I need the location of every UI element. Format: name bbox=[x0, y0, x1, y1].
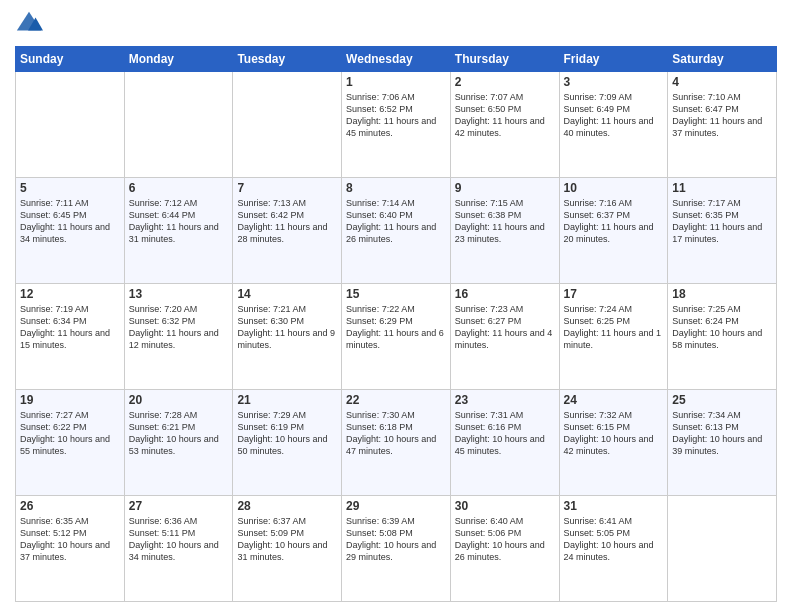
weekday-header-monday: Monday bbox=[124, 47, 233, 72]
day-number: 15 bbox=[346, 287, 446, 301]
calendar-cell: 18Sunrise: 7:25 AM Sunset: 6:24 PM Dayli… bbox=[668, 284, 777, 390]
calendar-cell: 5Sunrise: 7:11 AM Sunset: 6:45 PM Daylig… bbox=[16, 178, 125, 284]
calendar-cell: 20Sunrise: 7:28 AM Sunset: 6:21 PM Dayli… bbox=[124, 390, 233, 496]
calendar-cell: 26Sunrise: 6:35 AM Sunset: 5:12 PM Dayli… bbox=[16, 496, 125, 602]
day-number: 17 bbox=[564, 287, 664, 301]
day-info: Sunrise: 6:39 AM Sunset: 5:08 PM Dayligh… bbox=[346, 515, 446, 564]
day-info: Sunrise: 7:22 AM Sunset: 6:29 PM Dayligh… bbox=[346, 303, 446, 352]
week-row-2: 12Sunrise: 7:19 AM Sunset: 6:34 PM Dayli… bbox=[16, 284, 777, 390]
calendar-cell: 23Sunrise: 7:31 AM Sunset: 6:16 PM Dayli… bbox=[450, 390, 559, 496]
weekday-header-row: SundayMondayTuesdayWednesdayThursdayFrid… bbox=[16, 47, 777, 72]
calendar-cell bbox=[668, 496, 777, 602]
day-number: 21 bbox=[237, 393, 337, 407]
calendar-cell: 27Sunrise: 6:36 AM Sunset: 5:11 PM Dayli… bbox=[124, 496, 233, 602]
calendar-cell: 15Sunrise: 7:22 AM Sunset: 6:29 PM Dayli… bbox=[342, 284, 451, 390]
day-info: Sunrise: 6:37 AM Sunset: 5:09 PM Dayligh… bbox=[237, 515, 337, 564]
day-info: Sunrise: 7:11 AM Sunset: 6:45 PM Dayligh… bbox=[20, 197, 120, 246]
day-info: Sunrise: 6:41 AM Sunset: 5:05 PM Dayligh… bbox=[564, 515, 664, 564]
day-info: Sunrise: 7:10 AM Sunset: 6:47 PM Dayligh… bbox=[672, 91, 772, 140]
day-number: 26 bbox=[20, 499, 120, 513]
day-info: Sunrise: 7:12 AM Sunset: 6:44 PM Dayligh… bbox=[129, 197, 229, 246]
day-number: 4 bbox=[672, 75, 772, 89]
day-number: 29 bbox=[346, 499, 446, 513]
day-info: Sunrise: 7:32 AM Sunset: 6:15 PM Dayligh… bbox=[564, 409, 664, 458]
weekday-header-tuesday: Tuesday bbox=[233, 47, 342, 72]
calendar-cell: 3Sunrise: 7:09 AM Sunset: 6:49 PM Daylig… bbox=[559, 72, 668, 178]
calendar-cell: 17Sunrise: 7:24 AM Sunset: 6:25 PM Dayli… bbox=[559, 284, 668, 390]
day-number: 31 bbox=[564, 499, 664, 513]
day-info: Sunrise: 7:09 AM Sunset: 6:49 PM Dayligh… bbox=[564, 91, 664, 140]
calendar-cell: 24Sunrise: 7:32 AM Sunset: 6:15 PM Dayli… bbox=[559, 390, 668, 496]
calendar-cell: 21Sunrise: 7:29 AM Sunset: 6:19 PM Dayli… bbox=[233, 390, 342, 496]
day-number: 20 bbox=[129, 393, 229, 407]
day-number: 1 bbox=[346, 75, 446, 89]
calendar-cell: 30Sunrise: 6:40 AM Sunset: 5:06 PM Dayli… bbox=[450, 496, 559, 602]
page: SundayMondayTuesdayWednesdayThursdayFrid… bbox=[0, 0, 792, 612]
day-info: Sunrise: 7:24 AM Sunset: 6:25 PM Dayligh… bbox=[564, 303, 664, 352]
day-number: 16 bbox=[455, 287, 555, 301]
day-info: Sunrise: 7:29 AM Sunset: 6:19 PM Dayligh… bbox=[237, 409, 337, 458]
day-info: Sunrise: 6:36 AM Sunset: 5:11 PM Dayligh… bbox=[129, 515, 229, 564]
calendar-cell: 22Sunrise: 7:30 AM Sunset: 6:18 PM Dayli… bbox=[342, 390, 451, 496]
day-number: 11 bbox=[672, 181, 772, 195]
day-number: 13 bbox=[129, 287, 229, 301]
day-info: Sunrise: 7:13 AM Sunset: 6:42 PM Dayligh… bbox=[237, 197, 337, 246]
day-number: 28 bbox=[237, 499, 337, 513]
weekday-header-wednesday: Wednesday bbox=[342, 47, 451, 72]
day-number: 25 bbox=[672, 393, 772, 407]
day-info: Sunrise: 7:25 AM Sunset: 6:24 PM Dayligh… bbox=[672, 303, 772, 352]
day-info: Sunrise: 7:06 AM Sunset: 6:52 PM Dayligh… bbox=[346, 91, 446, 140]
day-number: 12 bbox=[20, 287, 120, 301]
day-info: Sunrise: 7:15 AM Sunset: 6:38 PM Dayligh… bbox=[455, 197, 555, 246]
day-number: 23 bbox=[455, 393, 555, 407]
day-number: 8 bbox=[346, 181, 446, 195]
day-info: Sunrise: 7:34 AM Sunset: 6:13 PM Dayligh… bbox=[672, 409, 772, 458]
calendar-cell bbox=[16, 72, 125, 178]
calendar-table: SundayMondayTuesdayWednesdayThursdayFrid… bbox=[15, 46, 777, 602]
calendar-cell: 9Sunrise: 7:15 AM Sunset: 6:38 PM Daylig… bbox=[450, 178, 559, 284]
day-number: 3 bbox=[564, 75, 664, 89]
day-info: Sunrise: 7:16 AM Sunset: 6:37 PM Dayligh… bbox=[564, 197, 664, 246]
day-number: 19 bbox=[20, 393, 120, 407]
week-row-4: 26Sunrise: 6:35 AM Sunset: 5:12 PM Dayli… bbox=[16, 496, 777, 602]
day-info: Sunrise: 6:35 AM Sunset: 5:12 PM Dayligh… bbox=[20, 515, 120, 564]
day-info: Sunrise: 7:20 AM Sunset: 6:32 PM Dayligh… bbox=[129, 303, 229, 352]
day-info: Sunrise: 7:17 AM Sunset: 6:35 PM Dayligh… bbox=[672, 197, 772, 246]
calendar-cell: 8Sunrise: 7:14 AM Sunset: 6:40 PM Daylig… bbox=[342, 178, 451, 284]
day-info: Sunrise: 7:07 AM Sunset: 6:50 PM Dayligh… bbox=[455, 91, 555, 140]
weekday-header-sunday: Sunday bbox=[16, 47, 125, 72]
weekday-header-saturday: Saturday bbox=[668, 47, 777, 72]
calendar-cell: 2Sunrise: 7:07 AM Sunset: 6:50 PM Daylig… bbox=[450, 72, 559, 178]
calendar-cell: 16Sunrise: 7:23 AM Sunset: 6:27 PM Dayli… bbox=[450, 284, 559, 390]
calendar-cell: 12Sunrise: 7:19 AM Sunset: 6:34 PM Dayli… bbox=[16, 284, 125, 390]
calendar-cell: 6Sunrise: 7:12 AM Sunset: 6:44 PM Daylig… bbox=[124, 178, 233, 284]
day-number: 18 bbox=[672, 287, 772, 301]
day-number: 2 bbox=[455, 75, 555, 89]
calendar-cell: 13Sunrise: 7:20 AM Sunset: 6:32 PM Dayli… bbox=[124, 284, 233, 390]
calendar-cell: 31Sunrise: 6:41 AM Sunset: 5:05 PM Dayli… bbox=[559, 496, 668, 602]
day-number: 6 bbox=[129, 181, 229, 195]
week-row-1: 5Sunrise: 7:11 AM Sunset: 6:45 PM Daylig… bbox=[16, 178, 777, 284]
week-row-0: 1Sunrise: 7:06 AM Sunset: 6:52 PM Daylig… bbox=[16, 72, 777, 178]
day-info: Sunrise: 7:27 AM Sunset: 6:22 PM Dayligh… bbox=[20, 409, 120, 458]
day-info: Sunrise: 7:19 AM Sunset: 6:34 PM Dayligh… bbox=[20, 303, 120, 352]
calendar-cell bbox=[233, 72, 342, 178]
day-info: Sunrise: 7:14 AM Sunset: 6:40 PM Dayligh… bbox=[346, 197, 446, 246]
day-number: 5 bbox=[20, 181, 120, 195]
day-info: Sunrise: 7:21 AM Sunset: 6:30 PM Dayligh… bbox=[237, 303, 337, 352]
weekday-header-thursday: Thursday bbox=[450, 47, 559, 72]
calendar-cell: 4Sunrise: 7:10 AM Sunset: 6:47 PM Daylig… bbox=[668, 72, 777, 178]
calendar-cell: 25Sunrise: 7:34 AM Sunset: 6:13 PM Dayli… bbox=[668, 390, 777, 496]
day-info: Sunrise: 7:28 AM Sunset: 6:21 PM Dayligh… bbox=[129, 409, 229, 458]
calendar-cell: 11Sunrise: 7:17 AM Sunset: 6:35 PM Dayli… bbox=[668, 178, 777, 284]
calendar-cell: 28Sunrise: 6:37 AM Sunset: 5:09 PM Dayli… bbox=[233, 496, 342, 602]
header bbox=[15, 10, 777, 38]
day-number: 10 bbox=[564, 181, 664, 195]
calendar-cell: 29Sunrise: 6:39 AM Sunset: 5:08 PM Dayli… bbox=[342, 496, 451, 602]
calendar-cell: 1Sunrise: 7:06 AM Sunset: 6:52 PM Daylig… bbox=[342, 72, 451, 178]
day-number: 27 bbox=[129, 499, 229, 513]
day-info: Sunrise: 6:40 AM Sunset: 5:06 PM Dayligh… bbox=[455, 515, 555, 564]
calendar-cell: 19Sunrise: 7:27 AM Sunset: 6:22 PM Dayli… bbox=[16, 390, 125, 496]
calendar-cell: 10Sunrise: 7:16 AM Sunset: 6:37 PM Dayli… bbox=[559, 178, 668, 284]
week-row-3: 19Sunrise: 7:27 AM Sunset: 6:22 PM Dayli… bbox=[16, 390, 777, 496]
